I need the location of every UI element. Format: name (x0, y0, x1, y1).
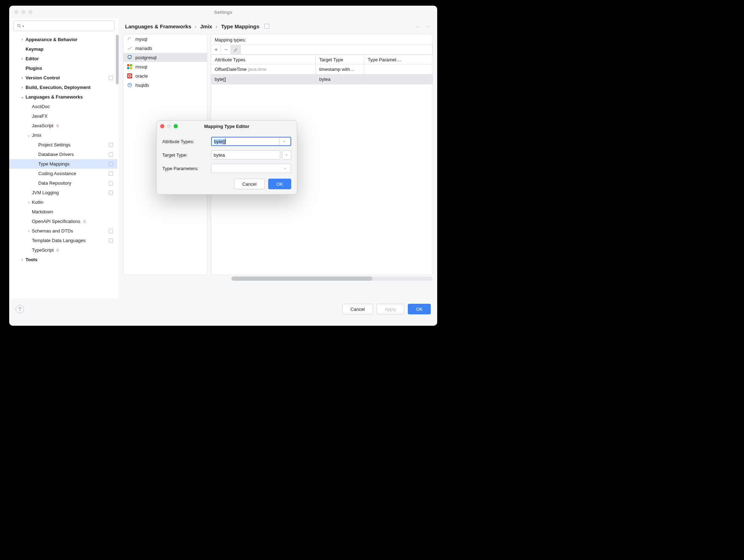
mariadb-icon (127, 45, 133, 51)
target-type-field[interactable]: bytea (211, 150, 280, 159)
tree-item-data-repository[interactable]: Data Repository (9, 178, 117, 188)
tree-item-javascript[interactable]: JavaScript (9, 121, 117, 130)
breadcrumb-segment[interactable]: Jmix (200, 23, 212, 29)
tree-item-editor[interactable]: ›Editor (9, 54, 117, 63)
cell-params (364, 65, 433, 74)
tree-item-languages-frameworks[interactable]: ⌄Languages & Frameworks (9, 92, 117, 102)
db-item-label: mariadb (135, 46, 152, 51)
tree-item-version-control[interactable]: ›Version Control (9, 73, 117, 83)
ok-button[interactable]: OK (408, 304, 431, 314)
apply-button[interactable]: Apply (377, 304, 405, 314)
table-row[interactable]: OffsetDateTimejava.timetimestamp with… (211, 65, 433, 74)
db-item-mssql[interactable]: mssql (123, 62, 207, 71)
lock-icon (56, 248, 60, 252)
tree-item-jvm-logging[interactable]: JVM Logging (9, 188, 117, 197)
lock-icon (83, 219, 86, 223)
help-button[interactable]: ? (16, 305, 24, 313)
tree-item-label: Languages & Frameworks (26, 94, 83, 100)
chevron-right-icon: › (20, 38, 25, 41)
modified-icon (109, 76, 113, 80)
settings-window: Settings ▾ ›Appearance & BehaviorKeymap›… (9, 6, 437, 326)
db-item-label: postgresql (135, 55, 157, 60)
db-item-mysql[interactable]: mysql (123, 34, 207, 44)
tree-item-label: Project Settings (38, 142, 71, 147)
search-input[interactable]: ▾ (13, 21, 114, 31)
modified-icon (109, 162, 113, 166)
svg-rect-8 (130, 67, 132, 69)
tree-item-label: OpenAPI Specifications (32, 219, 80, 224)
cancel-button[interactable]: Cancel (342, 304, 373, 314)
tree-item-tools[interactable]: ›Tools (9, 255, 117, 264)
cancel-button[interactable]: Cancel (234, 179, 265, 189)
dialog-titlebar: Mapping Type Editor (157, 121, 297, 132)
chevron-down-icon[interactable] (282, 167, 289, 170)
chevron-down-icon[interactable] (279, 138, 288, 145)
tree-item-label: Appearance & Behavior (26, 37, 78, 42)
tree-item-label: Coding Assistance (38, 171, 76, 176)
forward-icon[interactable]: → (425, 23, 431, 29)
type-parameters-field[interactable] (211, 164, 291, 173)
tree-item-label: JVM Logging (32, 190, 59, 195)
lock-icon (56, 124, 60, 128)
tree-item-label: Keymap (26, 46, 44, 52)
chevron-down-icon: ▾ (22, 24, 24, 28)
hsqldb-icon (127, 82, 133, 88)
modified-icon (109, 152, 113, 157)
titlebar: Settings (9, 6, 437, 18)
tree-item-markdown[interactable]: Markdown (9, 207, 117, 217)
tree-item-asciidoc[interactable]: AsciiDoc (9, 102, 117, 111)
db-item-label: oracle (135, 73, 148, 79)
reset-icon[interactable] (264, 24, 269, 29)
tree-item-label: Build, Execution, Deployment (26, 85, 90, 90)
tree-item-kotlin[interactable]: ›Kotlin (9, 197, 117, 207)
tree-item-database-drivers[interactable]: Database Drivers (9, 150, 117, 159)
modified-icon (109, 239, 113, 243)
col-target-header[interactable]: Target Type (316, 55, 364, 64)
tree-item-label: Plugins (26, 66, 42, 71)
chevron-right-icon: › (195, 23, 197, 29)
tree-item-project-settings[interactable]: Project Settings (9, 140, 117, 150)
db-item-hsqldb[interactable]: hsqldb (123, 80, 207, 90)
tree-item-appearance-behavior[interactable]: ›Appearance & Behavior (9, 35, 117, 44)
db-item-oracle[interactable]: oracle (123, 71, 207, 80)
breadcrumb-segment[interactable]: Languages & Frameworks (125, 23, 191, 29)
svg-line-1 (20, 27, 21, 28)
table-row[interactable]: byte[]bytea (211, 74, 433, 84)
col-attr-header[interactable]: Attribute Types (211, 55, 316, 64)
ok-button[interactable]: OK (268, 179, 291, 189)
db-item-mariadb[interactable]: mariadb (123, 44, 207, 53)
tree-item-label: Jmix (32, 133, 41, 138)
tree-item-schemas-and-dtds[interactable]: ›Schemas and DTDs (9, 226, 117, 236)
tree-item-coding-assistance[interactable]: Coding Assistance (9, 169, 117, 178)
tree-item-build-execution-deployment[interactable]: ›Build, Execution, Deployment (9, 83, 117, 92)
back-icon[interactable]: ← (415, 23, 421, 29)
attribute-types-field[interactable]: byte[] (211, 137, 291, 146)
breadcrumb: Languages & Frameworks › Jmix › Type Map… (119, 18, 437, 34)
window-title: Settings (9, 10, 437, 15)
scrollbar-vertical[interactable] (116, 35, 119, 84)
add-button[interactable] (211, 45, 221, 54)
cell-attr: OffsetDateTimejava.time (211, 65, 316, 74)
tree-item-type-mappings[interactable]: Type Mappings (9, 159, 117, 169)
mapping-type-editor-dialog: Mapping Type Editor Attribute Types: byt… (156, 120, 297, 195)
db-item-postgresql[interactable]: postgresql (123, 53, 207, 62)
tree-item-keymap[interactable]: Keymap (9, 44, 117, 54)
chevron-down-icon[interactable] (282, 150, 291, 159)
tree-item-typescript[interactable]: TypeScript (9, 245, 117, 255)
remove-button[interactable] (221, 45, 231, 54)
tree-item-label: Type Mappings (38, 161, 69, 167)
svg-rect-2 (56, 125, 58, 127)
dialog-title: Mapping Type Editor (157, 124, 297, 129)
tree-item-jmix[interactable]: ⌄Jmix (9, 130, 117, 140)
mapping-types-label: Mapping types: (211, 34, 433, 45)
col-params-header[interactable]: Type Paramet… (364, 55, 433, 64)
chevron-right-icon: › (20, 57, 25, 61)
tree-item-template-data-languages[interactable]: Template Data Languages (9, 236, 117, 245)
scrollbar-horizontal[interactable] (231, 276, 433, 281)
edit-button[interactable] (231, 45, 241, 54)
tree-item-label: Database Drivers (38, 152, 74, 157)
tree-item-javafx[interactable]: JavaFX (9, 111, 117, 121)
cell-target: timestamp with… (316, 65, 364, 74)
tree-item-openapi-specifications[interactable]: OpenAPI Specifications (9, 217, 117, 226)
tree-item-plugins[interactable]: Plugins (9, 63, 117, 73)
